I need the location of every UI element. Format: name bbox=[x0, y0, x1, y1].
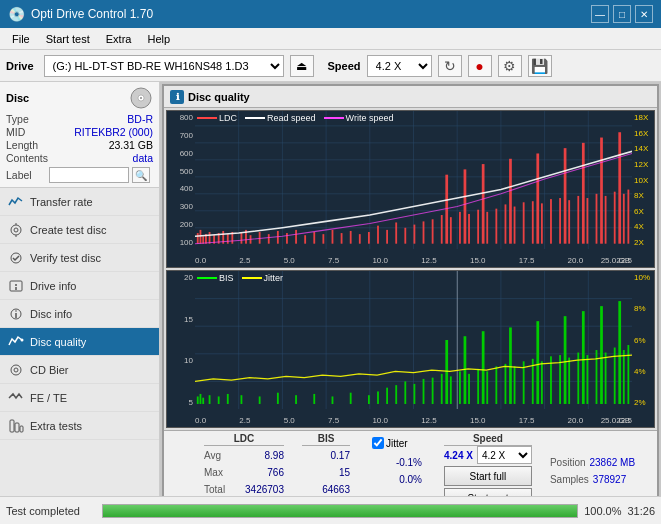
refresh-button[interactable]: ↻ bbox=[438, 55, 462, 77]
svg-rect-93 bbox=[568, 200, 570, 244]
nav-transfer-rate-label: Transfer rate bbox=[30, 196, 93, 208]
svg-rect-128 bbox=[313, 394, 315, 404]
disc-label-row: Label 🔍 bbox=[6, 167, 153, 183]
legend-jitter: Jitter bbox=[242, 273, 284, 283]
start-full-button[interactable]: Start full bbox=[444, 466, 532, 486]
svg-rect-118 bbox=[197, 396, 199, 404]
disc-panel-title: Disc bbox=[6, 92, 29, 104]
bis-x-labels: 0.02.55.07.510.012.515.017.520.022.5 bbox=[195, 416, 632, 425]
svg-rect-131 bbox=[368, 395, 370, 404]
stats-total-label: Total bbox=[204, 484, 236, 495]
svg-rect-40 bbox=[197, 233, 199, 244]
nav-transfer-rate[interactable]: Transfer rate bbox=[0, 188, 159, 216]
settings-button[interactable]: ⚙ bbox=[498, 55, 522, 77]
menu-file[interactable]: File bbox=[4, 31, 38, 47]
menu-start-test[interactable]: Start test bbox=[38, 31, 98, 47]
svg-rect-130 bbox=[350, 393, 352, 404]
title-bar: 💿 Opti Drive Control 1.70 — □ ✕ bbox=[0, 0, 661, 28]
nav-disc-info-label: Disc info bbox=[30, 308, 72, 320]
svg-rect-57 bbox=[295, 230, 297, 244]
svg-rect-44 bbox=[209, 232, 211, 244]
svg-rect-91 bbox=[559, 198, 561, 244]
minimize-button[interactable]: — bbox=[591, 5, 609, 23]
stats-speed-select[interactable]: 4.2 X bbox=[477, 446, 532, 464]
nav-extra-tests[interactable]: Extra tests bbox=[0, 412, 159, 440]
nav-fe-te[interactable]: FE / TE bbox=[0, 384, 159, 412]
disc-header: Disc bbox=[6, 86, 153, 110]
progress-area: Test completed 100.0% 31:26 bbox=[160, 496, 661, 524]
jitter-checkbox[interactable] bbox=[372, 437, 384, 449]
progress-bar-fill bbox=[160, 505, 577, 517]
svg-rect-75 bbox=[450, 217, 452, 244]
stats-ldc-header: LDC bbox=[204, 433, 284, 446]
svg-rect-100 bbox=[614, 192, 616, 244]
stats-samples-row: Samples 378927 bbox=[550, 471, 635, 487]
svg-point-12 bbox=[15, 310, 17, 312]
close-button[interactable]: ✕ bbox=[635, 5, 653, 23]
nav-cd-bier[interactable]: CD Bier bbox=[0, 356, 159, 384]
nav-cd-bier-label: CD Bier bbox=[30, 364, 69, 376]
nav-extra-tests-label: Extra tests bbox=[30, 420, 82, 432]
nav-disc-info[interactable]: Disc info bbox=[0, 300, 159, 328]
disc-length-key: Length bbox=[6, 139, 38, 151]
svg-rect-77 bbox=[464, 169, 467, 243]
svg-rect-169 bbox=[627, 345, 629, 404]
svg-rect-84 bbox=[509, 159, 512, 244]
disc-label-button[interactable]: 🔍 bbox=[132, 167, 150, 183]
nav-disc-quality[interactable]: Disc quality bbox=[0, 328, 159, 356]
drive-select[interactable]: (G:) HL-DT-ST BD-RE WH16NS48 1.D3 bbox=[44, 55, 284, 77]
extra-tests-icon bbox=[8, 419, 24, 433]
svg-rect-126 bbox=[277, 393, 279, 404]
svg-rect-103 bbox=[627, 190, 629, 244]
svg-rect-132 bbox=[377, 391, 379, 404]
svg-rect-149 bbox=[505, 364, 507, 404]
disc-length-value: 23.31 GB bbox=[109, 139, 153, 151]
svg-rect-135 bbox=[404, 381, 406, 404]
menu-help[interactable]: Help bbox=[139, 31, 178, 47]
verify-disc-icon bbox=[8, 251, 24, 265]
svg-point-2 bbox=[140, 97, 142, 99]
nav-verify-test-disc-label: Verify test disc bbox=[30, 252, 101, 264]
disc-contents-row: Contents data bbox=[6, 152, 153, 164]
svg-rect-161 bbox=[582, 311, 585, 404]
svg-rect-167 bbox=[618, 301, 621, 404]
svg-rect-80 bbox=[482, 164, 485, 244]
progress-bar bbox=[160, 504, 578, 518]
save-button[interactable]: 💾 bbox=[528, 55, 552, 77]
svg-rect-60 bbox=[322, 234, 324, 244]
svg-point-15 bbox=[11, 365, 21, 375]
svg-rect-155 bbox=[541, 361, 543, 404]
disc-label-input[interactable] bbox=[49, 167, 129, 183]
drive-bar: Drive (G:) HL-DT-ST BD-RE WH16NS48 1.D3 … bbox=[0, 50, 661, 82]
speed-label: Speed bbox=[328, 60, 361, 72]
svg-rect-97 bbox=[596, 194, 598, 244]
svg-rect-85 bbox=[514, 207, 516, 244]
svg-rect-142 bbox=[459, 371, 461, 404]
samples-label: Samples bbox=[550, 474, 589, 485]
svg-rect-148 bbox=[495, 366, 497, 404]
transfer-rate-icon bbox=[8, 195, 24, 209]
eject-button[interactable]: ⏏ bbox=[290, 55, 314, 77]
svg-rect-55 bbox=[277, 231, 279, 244]
svg-rect-120 bbox=[202, 398, 204, 404]
maximize-button[interactable]: □ bbox=[613, 5, 631, 23]
bis-chart-legend: BIS Jitter bbox=[197, 273, 283, 283]
nav-create-test-disc[interactable]: Create test disc bbox=[0, 216, 159, 244]
svg-rect-144 bbox=[468, 374, 470, 404]
svg-rect-18 bbox=[15, 423, 19, 432]
burn-button[interactable]: ● bbox=[468, 55, 492, 77]
stats-avg-jitter: -0.1% bbox=[372, 457, 422, 468]
ldc-chart-legend: LDC Read speed Write speed bbox=[197, 113, 393, 123]
speed-select[interactable]: 4.2 X bbox=[367, 55, 432, 77]
title-bar-controls: — □ ✕ bbox=[591, 5, 653, 23]
svg-rect-54 bbox=[268, 234, 270, 244]
svg-rect-69 bbox=[404, 228, 406, 244]
svg-rect-56 bbox=[286, 233, 288, 244]
svg-rect-62 bbox=[341, 233, 343, 244]
bis-chart-svg bbox=[195, 271, 632, 409]
nav-verify-test-disc[interactable]: Verify test disc bbox=[0, 244, 159, 272]
disc-info-icon bbox=[8, 307, 24, 321]
menu-extra[interactable]: Extra bbox=[98, 31, 140, 47]
content-area: ℹ Disc quality LDC Read speed bbox=[160, 82, 661, 524]
nav-drive-info[interactable]: Drive info bbox=[0, 272, 159, 300]
